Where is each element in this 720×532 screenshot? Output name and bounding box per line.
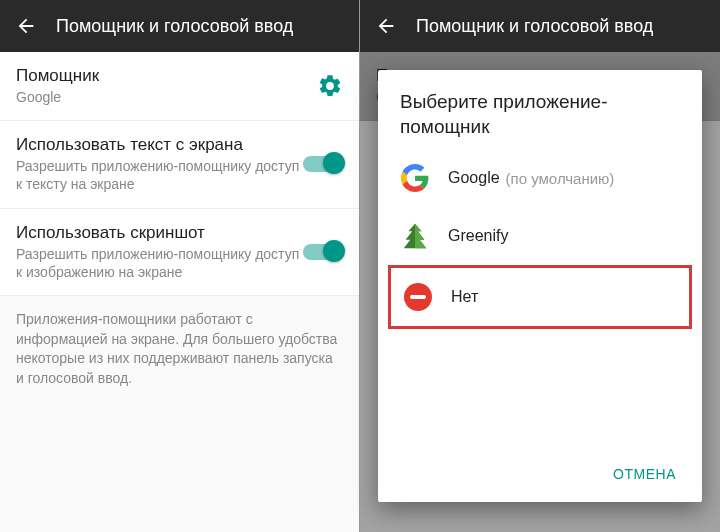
dialog-title: Выберите приложение-помощник <box>378 90 702 149</box>
greenify-icon <box>400 221 430 251</box>
assistant-label: Помощник <box>16 66 317 86</box>
back-button[interactable] <box>12 12 40 40</box>
dialog-item-label: Нет <box>451 288 478 306</box>
appbar: Помощник и голосовой ввод <box>360 0 720 52</box>
screen-text-switch[interactable] <box>303 156 343 172</box>
dialog-list: Google (по умолчанию) Greenify Нет <box>378 149 702 450</box>
assistant-row[interactable]: Помощник Google <box>0 52 359 121</box>
assistant-value: Google <box>16 88 317 106</box>
page-title: Помощник и голосовой ввод <box>416 16 653 37</box>
appbar: Помощник и голосовой ввод <box>0 0 359 52</box>
dialog-item-label: Google <box>448 169 500 187</box>
screenshot-row[interactable]: Использовать скриншот Разрешить приложен… <box>0 209 359 296</box>
screen-text-row[interactable]: Использовать текст с экрана Разрешить пр… <box>0 121 359 208</box>
dialog-item-none[interactable]: Нет <box>388 265 692 329</box>
screen-text-desc: Разрешить приложению-помощнику доступ к … <box>16 157 303 193</box>
dialog-item-label: Greenify <box>448 227 508 245</box>
screen-text-label: Использовать текст с экрана <box>16 135 303 155</box>
dialog-item-greenify[interactable]: Greenify <box>378 207 702 265</box>
arrow-back-icon <box>375 15 397 37</box>
dialog-actions: ОТМЕНА <box>378 450 702 494</box>
back-button[interactable] <box>372 12 400 40</box>
cancel-button[interactable]: ОТМЕНА <box>603 458 686 490</box>
settings-content: Помощник Google Использовать текст с экр… <box>0 52 359 402</box>
screenshot-switch[interactable] <box>303 244 343 260</box>
google-icon <box>400 163 430 193</box>
none-icon <box>403 282 433 312</box>
arrow-back-icon <box>15 15 37 37</box>
page-title: Помощник и голосовой ввод <box>56 16 293 37</box>
screenshot-label: Использовать скриншот <box>16 223 303 243</box>
dialog-item-google[interactable]: Google (по умолчанию) <box>378 149 702 207</box>
assistant-chooser-dialog: Выберите приложение-помощник Google (по … <box>378 70 702 502</box>
screenshot-desc: Разрешить приложению-помощнику доступ к … <box>16 245 303 281</box>
settings-panel-left: Помощник и голосовой ввод Помощник Googl… <box>0 0 360 532</box>
gear-icon[interactable] <box>317 73 343 99</box>
footer-note: Приложения-помощники работают с информац… <box>0 296 359 402</box>
settings-panel-right: Помощник и голосовой ввод Помощник G Выб… <box>360 0 720 532</box>
dialog-item-sub: (по умолчанию) <box>506 170 615 187</box>
